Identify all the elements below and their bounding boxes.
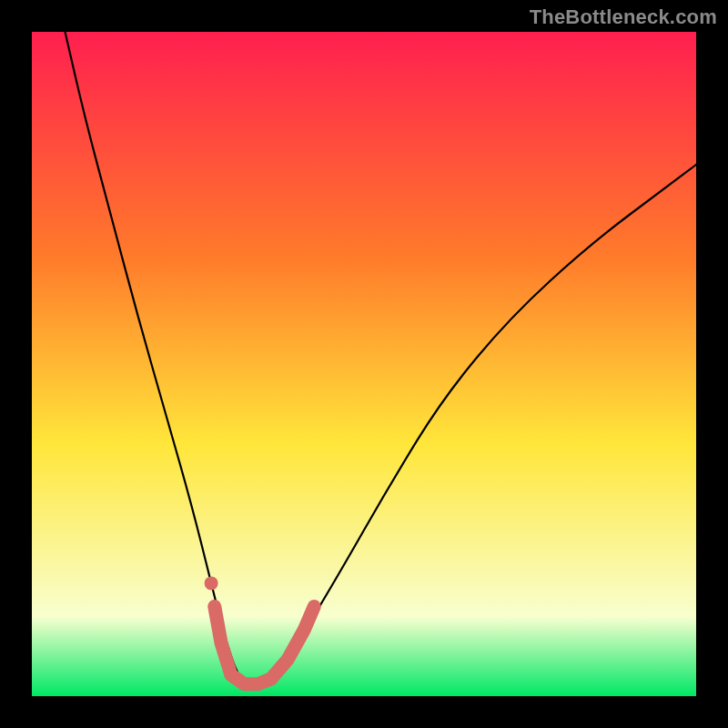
watermark-text: TheBottleneck.com <box>530 5 717 29</box>
bottleneck-curve <box>66 32 697 687</box>
curve-layer <box>32 32 696 696</box>
highlight-band <box>215 606 315 683</box>
plot-area <box>32 32 696 696</box>
outer-frame: TheBottleneck.com <box>0 0 728 728</box>
highlight-dot <box>205 576 218 590</box>
